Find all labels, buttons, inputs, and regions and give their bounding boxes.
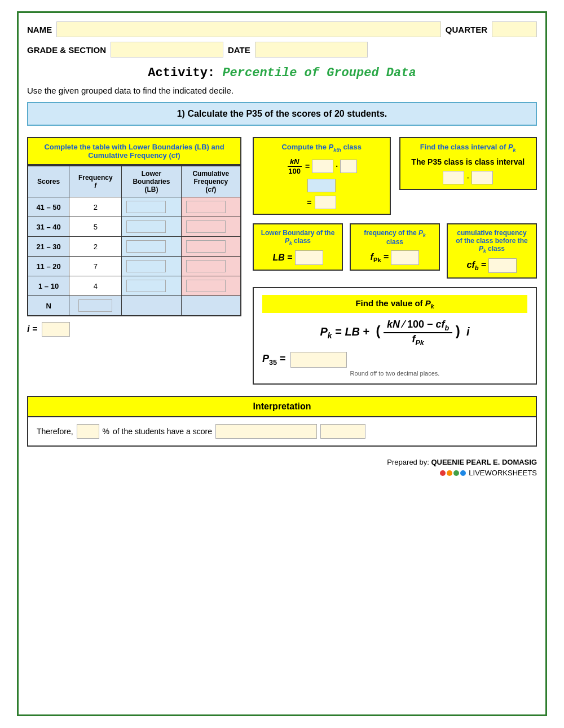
interp-text-after: of the students have a score — [113, 427, 212, 436]
col-lb: LowerBoundaries(LB) — [122, 166, 181, 197]
compute-pkth-box: Compute the Pkth class kN 100 = · — [253, 137, 391, 215]
cf-input-5[interactable] — [186, 280, 226, 292]
dash-separator: - — [466, 173, 469, 182]
page-title: Activity: Percentile of Grouped Data — [27, 66, 537, 80]
formula-kn: kN — [288, 157, 302, 167]
dot-separator: · — [336, 162, 338, 171]
lb-input-1[interactable] — [126, 201, 166, 213]
cfb-label: cfb = — [467, 260, 487, 271]
table-row: 41 – 50 2 — [28, 197, 241, 217]
lb-input-5[interactable] — [126, 280, 166, 292]
cf-input-4[interactable] — [186, 260, 226, 272]
brand-name: LIVEWORKSHEETS — [469, 469, 537, 477]
p35-row: P35 = — [262, 352, 527, 368]
date-input[interactable] — [255, 42, 368, 58]
lb-label: LB = — [272, 253, 292, 263]
lb-box-title: Lower Boundary of the Pk class — [259, 229, 336, 246]
find-value-title: Find the value of Pk — [262, 295, 527, 313]
cf-input-2[interactable] — [186, 220, 226, 233]
instruction-text: Use the given grouped data to find the i… — [27, 86, 537, 95]
interp-therefore: Therefore, — [37, 427, 73, 436]
i-input[interactable] — [42, 322, 70, 337]
kn-num-input[interactable] — [312, 160, 333, 173]
compute-pkth-title: Compute the Pkth class — [261, 143, 383, 153]
fpk-box: frequency of the Pk class fPk = — [350, 223, 440, 271]
lb-input-2[interactable] — [126, 220, 166, 233]
fpk-box-title: frequency of the Pk class — [356, 229, 433, 246]
table-row: 21 – 30 2 — [28, 237, 241, 257]
right-section: Compute the Pkth class kN 100 = · — [253, 137, 537, 385]
left-section: Complete the table with Lower Boundaries… — [27, 137, 241, 337]
name-label: NAME — [27, 25, 52, 34]
table-row: 11 – 20 7 — [28, 257, 241, 276]
kn-den-input[interactable] — [340, 160, 357, 173]
p35-label: P35 = — [262, 353, 286, 367]
interp-percent-sign: % — [103, 427, 109, 436]
title-main: Percentile of Grouped Data — [222, 66, 416, 80]
lb-input-3[interactable] — [126, 240, 166, 253]
scores-table: Scores Frequencyf LowerBoundaries(LB) Cu… — [27, 165, 241, 316]
find-class-text: The P35 class is class interval — [407, 157, 530, 166]
n-input[interactable] — [78, 299, 112, 312]
equals-sign: = — [305, 162, 310, 171]
middle-boxes: Lower Boundary of the Pk class LB = freq… — [253, 223, 537, 279]
fpk-value-input[interactable] — [391, 250, 419, 265]
top-boxes: Compute the Pkth class kN 100 = · — [253, 137, 537, 215]
interp-header: Interpretation — [28, 397, 536, 417]
cf-input-3[interactable] — [186, 240, 226, 253]
footer: Prepared by: QUEENIE PEARL E. DOMASIG LI… — [27, 458, 537, 477]
col-freq: Frequencyf — [69, 166, 122, 197]
col-cf: CumulativeFrequency(cf) — [181, 166, 241, 197]
p35-input[interactable] — [290, 352, 347, 368]
cfb-box: cumulative frequency of the class before… — [447, 223, 537, 279]
author-name: QUEENIE PEARL E. DOMASIG — [431, 458, 537, 466]
round-note: Round off to two decimal places. — [262, 370, 527, 377]
find-class-title: Find the class interval of Pk — [407, 143, 530, 153]
find-class-box: Find the class interval of Pk The P35 cl… — [399, 137, 537, 190]
lb-value-input[interactable] — [295, 250, 323, 265]
class-interval-start[interactable] — [443, 171, 464, 184]
date-label: DATE — [228, 45, 250, 55]
interp-score-input[interactable] — [215, 424, 317, 439]
grade-label: GRADE & SECTION — [27, 45, 106, 55]
i-value-row: i = — [27, 322, 241, 337]
kn-denom-input2[interactable] — [307, 179, 336, 192]
question-box: 1) Calculate the P35 of the scores of 20… — [27, 102, 537, 126]
title-prefix: Activity: — [148, 66, 222, 80]
col-scores: Scores — [28, 166, 69, 197]
pkth-result-input[interactable] — [315, 196, 336, 209]
interp-end-input[interactable] — [320, 424, 365, 439]
quarter-input[interactable] — [492, 21, 537, 37]
big-formula: Pk = LB + ( kN ⁄ 100 − cfb fPk ) i — [262, 319, 527, 346]
table-header: Complete the table with Lower Boundaries… — [27, 137, 241, 165]
interpretation-section: Interpretation Therefore, % of the stude… — [27, 396, 537, 447]
name-input[interactable] — [56, 21, 441, 37]
n-row: N — [28, 296, 241, 316]
fpk-label: fPk = — [371, 252, 389, 263]
table-row: 1 – 10 4 — [28, 276, 241, 296]
lb-box: Lower Boundary of the Pk class LB = — [253, 223, 343, 271]
quarter-label: QUARTER — [446, 25, 487, 34]
lb-input-4[interactable] — [126, 260, 166, 272]
formula-100: 100 — [286, 167, 303, 175]
cfb-value-input[interactable] — [488, 258, 517, 273]
cfb-box-title: cumulative frequency of the class before… — [453, 229, 530, 254]
brand-logo — [440, 470, 466, 476]
cf-input-1[interactable] — [186, 201, 226, 213]
prepared-by-label: Prepared by: — [387, 458, 429, 466]
interp-body: Therefore, % of the students have a scor… — [28, 417, 536, 445]
table-row: 31 – 40 5 — [28, 217, 241, 237]
interp-percent-input[interactable] — [77, 424, 99, 439]
grade-input[interactable] — [111, 42, 223, 58]
equals-sign2: = — [307, 198, 311, 207]
i-label: i = — [27, 324, 37, 334]
find-value-box: Find the value of Pk Pk = LB + ( kN ⁄ 10… — [253, 287, 537, 385]
class-interval-end[interactable] — [472, 171, 493, 184]
